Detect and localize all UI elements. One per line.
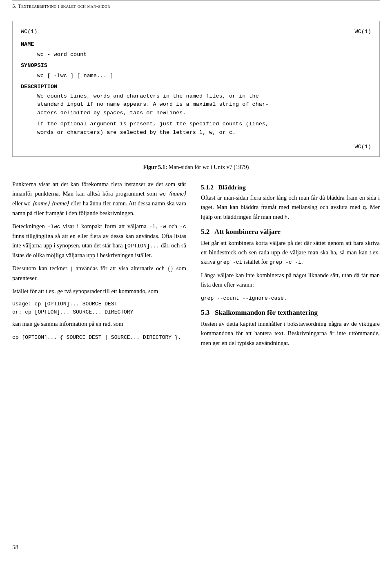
code-line1: Usage: cp [OPTION]... SOURCE DEST xyxy=(12,300,186,308)
right-column: 5.1.2 Bläddring Oftast är man-sidan fler… xyxy=(196,180,380,352)
page-number-area: 58 xyxy=(12,544,18,551)
figure-label: Figur 5.1: xyxy=(143,164,167,170)
code-block-cp: Usage: cp [OPTION]... SOURCE DEST or: cp… xyxy=(12,300,186,316)
right-para3: Resten av detta kapitel innehåller i bok… xyxy=(201,319,380,348)
code-w: -w xyxy=(160,224,166,230)
man-synopsis-section: SYNOPSIS wc [ -lwc ] [ name... ] xyxy=(21,62,371,80)
section-53-heading: 5.3 Skalkommandon för texthantering xyxy=(201,309,380,317)
code-wc-name2: wc xyxy=(24,201,31,207)
section-53-title: Skalkommandon för texthantering xyxy=(215,309,318,316)
left-para1: Punkterna visar att det kan förekomma fl… xyxy=(12,180,186,296)
desc-if2: words or characters) are selected by the… xyxy=(37,129,371,137)
chapter-title: 5. Textbearbetning i skalet och man-sido… xyxy=(12,3,110,9)
angle-name1: ⟨name⟩ xyxy=(169,190,186,197)
angle-name2: ⟨name⟩ xyxy=(32,200,50,207)
subsection-512-heading: 5.1.2 Bläddring xyxy=(201,184,380,191)
code-pipe: | xyxy=(70,266,73,272)
section-53-number: 5.3 xyxy=(201,309,209,316)
angle-name3: ⟨name⟩ xyxy=(51,200,69,207)
man-page-box: WC(1) WC(1) NAME wc - word count SYNOPSI… xyxy=(12,21,380,157)
subsection-512-title: Bläddring xyxy=(218,184,246,191)
code-braces: {} xyxy=(167,266,174,272)
code-line2: or: cp [OPTION]... SOURCE... DIRECTORY xyxy=(12,308,186,316)
two-column-content: Punkterna visar att det kan förekomma fl… xyxy=(0,180,392,352)
synopsis-body: wc [ -lwc ] [ name... ] xyxy=(37,72,371,80)
man-header-left: WC(1) xyxy=(21,28,38,36)
synopsis-text: wc [ -lwc ] [ name... ] xyxy=(37,73,113,79)
code-grep-long: grep --count --ignore-case. xyxy=(201,295,287,301)
top-rule xyxy=(12,0,380,3)
left-para-after-code: kan man ge samma information på en rad, … xyxy=(12,319,186,342)
code-c: -c xyxy=(180,224,186,230)
chapter-header: 5. Textbearbetning i skalet och man-sido… xyxy=(0,3,392,13)
man-description-section: DESCRIPTION Wc counts lines, words and c… xyxy=(21,83,371,138)
man-footer: WC(1) xyxy=(21,143,371,151)
subsection-512-number: 5.1.2 xyxy=(201,184,214,191)
code-h: h xyxy=(285,214,288,220)
section-52: 5.2 Att kombinera väljare Det går att ko… xyxy=(201,228,380,303)
section-52-number: 5.2 xyxy=(201,228,209,236)
name-text: wc - word count xyxy=(37,51,87,58)
code-q: q xyxy=(363,205,366,211)
desc-line2: standard input if no name appears. A wor… xyxy=(37,100,371,109)
figure-text: Man-sidan för wc i Unix v7 (1979) xyxy=(169,164,249,170)
page: 5. Textbearbetning i skalet och man-sido… xyxy=(0,0,392,563)
code-grep-ci: grep -ci xyxy=(217,259,242,265)
figure-caption: Figur 5.1: Man-sidan för wc i Unix v7 (1… xyxy=(0,164,392,171)
page-number: 58 xyxy=(12,544,18,550)
man-header: WC(1) WC(1) xyxy=(21,28,371,36)
name-label: NAME xyxy=(21,41,34,47)
description-body: Wc counts lines, words and characters in… xyxy=(37,92,371,138)
subsection-512: 5.1.2 Bläddring Oftast är man-sidan fler… xyxy=(201,184,380,222)
left-column: Punkterna visar att det kan förekomma fl… xyxy=(12,180,196,352)
code-l: -l xyxy=(149,224,156,230)
man-footer-right: WC(1) xyxy=(354,143,371,151)
section-52-heading: 5.2 Att kombinera väljare xyxy=(201,228,380,236)
section-53: 5.3 Skalkommandon för texthantering Rest… xyxy=(201,309,380,348)
code-inline-cp: cp [OPTION]... { SOURCE DEST | SOURCE...… xyxy=(12,334,181,340)
code-grep-c-i: grep -c -i xyxy=(270,259,301,265)
code-lwc: -lwc xyxy=(47,224,60,230)
desc-if1: If the optional argument is present, jus… xyxy=(37,120,371,129)
man-header-right: WC(1) xyxy=(354,28,371,36)
section-52-title: Att kombinera väljare xyxy=(214,228,281,236)
right-para2: Det går att kombinera korta väljare på d… xyxy=(201,238,380,303)
man-name-section: NAME wc - word count xyxy=(21,40,371,59)
code-wc-name1: wc xyxy=(160,191,166,197)
description-label: DESCRIPTION xyxy=(21,84,57,90)
name-body: wc - word count xyxy=(37,51,371,59)
desc-line3: acters delimited by spaces, tabs or newl… xyxy=(37,109,371,118)
synopsis-label: SYNOPSIS xyxy=(21,62,47,69)
right-para1: Oftast är man-sidan flera sidor lång och… xyxy=(201,193,380,222)
code-option: [OPTION]... xyxy=(124,243,159,249)
desc-line1: Wc counts lines, words and characters in… xyxy=(37,92,371,101)
